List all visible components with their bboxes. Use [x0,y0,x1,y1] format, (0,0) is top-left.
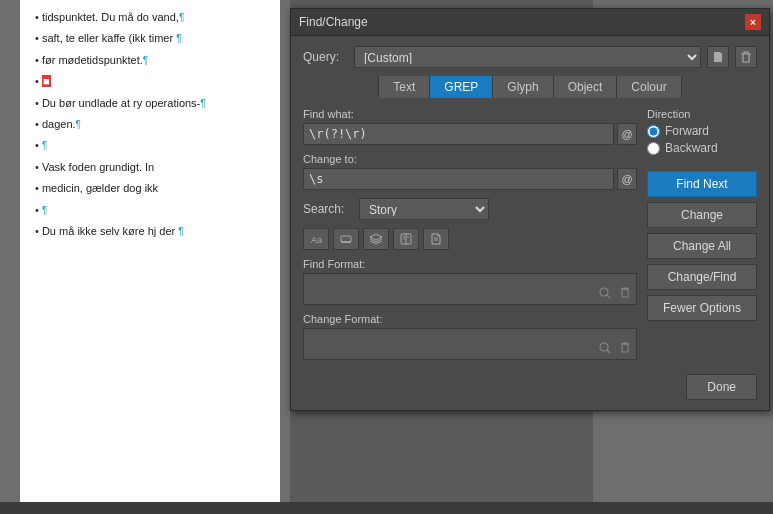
find-format-search-icon[interactable] [596,284,614,302]
layers-icon [369,232,383,246]
done-button[interactable]: Done [686,374,757,400]
svg-point-10 [600,288,608,296]
find-what-label: Find what: [303,108,637,120]
change-to-row: @ [303,168,637,190]
find-next-button[interactable]: Find Next [647,171,757,197]
find-change-dialog: Find/Change × Query: [Custom] Text GREP … [290,8,770,411]
doc-line-5: Du bør undlade at ry operations-¶ [35,96,265,111]
forward-radio[interactable] [647,125,660,138]
change-to-special-button[interactable]: @ [617,168,637,190]
query-row: Query: [Custom] [303,46,757,68]
doc-line-7: ¶ [35,138,265,153]
find-format-label: Find Format: [303,258,637,270]
doc-line-2: saft, te eller kaffe (ikk timer ¶ [35,31,265,46]
change-all-button[interactable]: Change All [647,233,757,259]
svg-text:Aa: Aa [311,235,322,245]
bottom-row: Done [303,374,757,400]
change-format-search-icon[interactable] [596,339,614,357]
change-format-section: Change Format: [303,313,637,360]
delete-format-icon [618,286,632,300]
svg-point-12 [600,343,608,351]
find-what-input[interactable] [303,123,614,145]
main-content: Find what: @ Change to: @ Sear [303,108,757,368]
icon-btn-5[interactable] [423,228,449,250]
doc-line-1: tidspunktet. Du må do vand,¶ [35,10,265,25]
right-buttons-panel: Direction Forward Backward Find Next Cha… [647,108,757,368]
tab-grep[interactable]: GREP [430,76,493,98]
forward-label: Forward [665,124,709,138]
search-label: Search: [303,202,353,216]
dialog-titlebar: Find/Change × [291,9,769,36]
tab-text[interactable]: Text [378,76,430,98]
tab-colour[interactable]: Colour [617,76,681,98]
save-icon [712,51,724,63]
change-to-group: Change to: @ [303,153,637,190]
document-area: tidspunktet. Du må do vand,¶ saft, te el… [0,0,290,514]
case-icon: Aa [309,232,323,246]
search-change-icon [598,341,612,355]
scrollbar[interactable] [0,502,773,514]
change-to-label: Change to: [303,153,637,165]
doc-line-4: ■ [35,74,265,89]
doc-line-9: medicin, gælder dog ikk [35,181,265,196]
svg-line-13 [607,350,610,353]
dialog-body: Query: [Custom] Text GREP Glyph Object C… [291,36,769,410]
change-find-button[interactable]: Change/Find [647,264,757,290]
search-select[interactable]: Story Document All Documents Selection [359,198,489,220]
trash-icon [740,51,752,63]
direction-label: Direction [647,108,757,120]
icon-btn-2[interactable] [333,228,359,250]
dialog-title: Find/Change [299,15,368,29]
close-button[interactable]: × [745,14,761,30]
backward-radio-row: Backward [647,141,757,155]
search-row: Search: Story Document All Documents Sel… [303,198,637,220]
find-format-section: Find Format: [303,258,637,305]
left-panel: Find what: @ Change to: @ Sear [303,108,637,368]
tab-object[interactable]: Object [554,76,618,98]
doc-line-3: før mødetidspunktet.¶ [35,53,265,68]
icon-btn-4[interactable] [393,228,419,250]
delete-query-button[interactable] [735,46,757,68]
backward-label: Backward [665,141,718,155]
find-format-delete-icon[interactable] [616,284,634,302]
fewer-options-button[interactable]: Fewer Options [647,295,757,321]
doc-line-6: dagen.¶ [35,117,265,132]
backward-radio[interactable] [647,142,660,155]
find-what-row: @ [303,123,637,145]
change-to-input[interactable] [303,168,614,190]
change-format-label: Change Format: [303,313,637,325]
book-icon [399,232,413,246]
direction-group: Direction Forward Backward [647,108,757,158]
find-what-group: Find what: @ [303,108,637,145]
change-format-delete-icon[interactable] [616,339,634,357]
doc-line-10: ¶ [35,203,265,218]
document-text: tidspunktet. Du må do vand,¶ saft, te el… [35,10,265,239]
delete-change-icon [618,341,632,355]
forward-radio-row: Forward [647,124,757,138]
doc-line-11: Du må ikke selv køre hj der ¶ [35,224,265,239]
icon-row: Aa [303,228,637,250]
find-what-special-button[interactable]: @ [617,123,637,145]
search-format-icon [598,286,612,300]
find-format-box [303,273,637,305]
word-icon [339,232,353,246]
tab-glyph[interactable]: Glyph [493,76,553,98]
save-query-button[interactable] [707,46,729,68]
tabs-row: Text GREP Glyph Object Colour [303,76,757,98]
change-button[interactable]: Change [647,202,757,228]
query-label: Query: [303,50,348,64]
svg-line-11 [607,295,610,298]
document-page: tidspunktet. Du må do vand,¶ saft, te el… [20,0,280,514]
icon-btn-3[interactable] [363,228,389,250]
document-icon [429,232,443,246]
svg-rect-1 [341,236,351,242]
query-select[interactable]: [Custom] [354,46,701,68]
icon-btn-1[interactable]: Aa [303,228,329,250]
doc-line-8: Vask foden grundigt. In [35,160,265,175]
change-format-box [303,328,637,360]
